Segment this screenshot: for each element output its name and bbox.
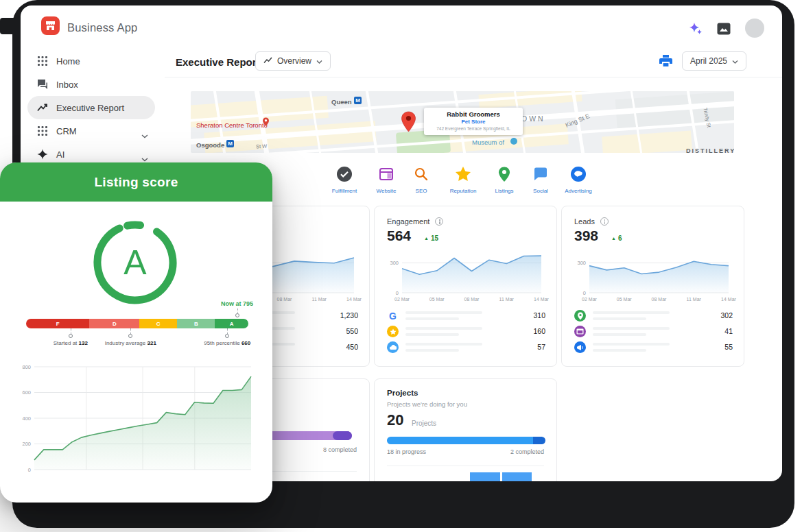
star-icon [454,166,472,185]
svg-text:400: 400 [22,415,31,422]
grade-segment: F [26,319,89,328]
projects-in-progress-label: 18 in progress [387,448,426,455]
sidebar-item-home[interactable]: Home [21,49,165,73]
now-score-label: Now at 795 [221,300,253,307]
avatar[interactable] [745,19,764,38]
metric-value: 398 [574,228,598,244]
tasks-progress-cap [333,431,352,440]
hotel-pin-icon [262,117,270,127]
tab-advertising[interactable]: Advertising [556,166,600,194]
page-title: Executive Report [176,56,260,68]
svg-text:14 Mar: 14 Mar [346,297,362,302]
source-row: 160 [375,326,558,339]
metric-delta: ▲ 6 [611,234,622,242]
chevron-down-icon [141,129,148,141]
view-selector[interactable]: Overview [255,51,331,71]
magnifier-icon [413,166,429,185]
svg-text:300: 300 [390,260,399,266]
metric-value: 564 [387,228,411,244]
projects-title: Projects [387,389,418,397]
map[interactable]: Queen M Sheraton Centre Toronto Osgoode … [191,91,734,153]
app-logo[interactable] [41,16,60,35]
app-title: Business App [67,21,137,34]
tab-fulfillment[interactable]: Fulfillment [322,166,366,194]
inbox-chat-icon [37,79,48,90]
svg-text:800: 800 [22,364,31,370]
period-selector[interactable]: April 2025 [682,51,746,71]
browser-window-icon [378,166,394,185]
device-frame-notch [0,18,16,34]
sidebar-item-executive-report[interactable]: Executive Report [21,96,165,119]
source-row: 41 [562,326,745,339]
map-label-queen: Queen [331,98,352,106]
tab-reputation[interactable]: Reputation [441,166,485,194]
svg-text:600: 600 [22,389,31,396]
trend-line-icon [263,56,272,66]
projects-count-label: Projects [412,420,436,427]
tab-seo[interactable]: SEO [399,166,443,194]
listing-score-chart: 0200400600800 [8,361,261,478]
screenshot-stage: Business App Home Inbox Executive Report… [0,0,802,532]
grade-letter: A [93,220,178,305]
header-divider [165,77,782,77]
source-row: 55 [562,341,745,355]
source-row: G 310 [375,310,558,324]
svg-text:05 Mar: 05 Mar [429,297,445,302]
pin-badge-icon [574,310,586,322]
grade-markers: Started at 132Industry average 32195th p… [26,328,248,352]
media-icon[interactable] [717,23,731,38]
listing-score-card: Listing score A Now at 795 FDCBA Started… [0,162,272,503]
source-row: 302 [562,310,745,324]
leads-card: Leads 398 ▲ 6 030002 Mar05 Mar08 Mar11 M… [561,206,744,367]
svg-text:02 Mar: 02 Mar [394,297,410,302]
svg-text:05 Mar: 05 Mar [617,297,632,302]
location-pin-icon [496,166,512,185]
svg-text:11 Mar: 11 Mar [312,297,327,302]
svg-text:08 Mar: 08 Mar [464,297,480,302]
sparkle-icon [37,149,48,160]
svg-text:02 Mar: 02 Mar [582,297,597,302]
up-arrow-icon: ▲ [611,236,616,241]
card-title: Engagement [387,217,443,226]
svg-text:14 Mar: 14 Mar [534,297,549,302]
card-title: Leads [574,217,609,226]
ai-sparkle-icon[interactable] [688,21,703,39]
engagement-card: Engagement 564 ▲ 15 030002 Mar05 Mar08 M… [374,206,557,367]
grade-segment: A [215,319,248,328]
subway-station-icon: M [354,97,362,104]
business-pin-icon[interactable] [401,111,416,133]
grade-scale-bar: FDCBA [26,319,248,328]
print-icon[interactable] [659,55,672,70]
globe-icon [570,166,587,185]
now-marker-dot [235,313,239,317]
grade-segment: C [139,319,177,328]
projects-card: Projects Projects we're doing for you 20… [374,378,557,481]
projects-progress-cap [533,437,545,444]
divider [387,466,544,466]
mini-bar [502,472,532,481]
svg-text:0: 0 [28,467,31,473]
info-icon[interactable] [600,217,609,226]
mini-bar [470,472,500,481]
up-arrow-icon: ▲ [424,236,429,241]
grade-segment: D [89,319,139,328]
metric-delta: ▲ 15 [424,234,438,242]
source-row: 57 [375,341,558,355]
sidebar-item-inbox[interactable]: Inbox [21,73,165,96]
apps-grid-icon [37,125,48,136]
svg-text:14 Mar: 14 Mar [721,297,736,302]
sidebar-item-crm[interactable]: CRM [21,119,165,143]
museum-poi-icon [510,138,517,145]
star-badge-icon [387,326,399,337]
info-icon[interactable] [435,217,443,226]
map-label-distillery: DISTILLERY [686,147,734,153]
grade-segment: B [177,319,215,328]
map-label-hotel: Sheraton Centre Toronto [196,121,268,129]
svg-text:300: 300 [577,260,586,266]
projects-progress-fill [387,437,533,444]
projects-progress-bar [387,437,545,444]
business-tooltip: Rabbit Groomers Pet Store 742 Evergreen … [424,108,523,135]
window-badge-icon [574,326,586,337]
subway-station-icon: M [226,140,234,147]
business-category-link[interactable]: Pet Store [424,119,523,125]
